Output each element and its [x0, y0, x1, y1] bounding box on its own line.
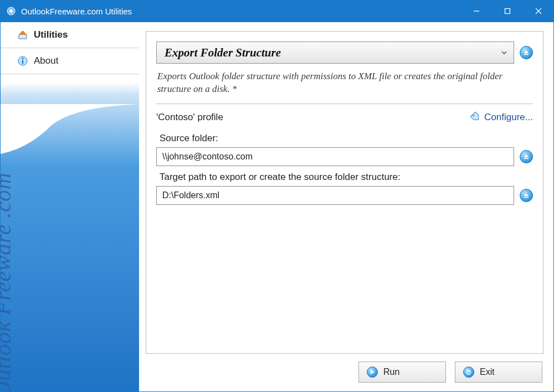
utility-selector-label: Export Folder Structure: [165, 46, 281, 60]
exit-button-label: Exit: [480, 367, 495, 377]
utility-panel: Export Folder Structure Exports Outlook …: [146, 31, 543, 354]
window-title: OutlookFreeware.com Utilities: [21, 7, 461, 16]
eject-icon: [523, 153, 530, 160]
svg-point-1: [9, 9, 13, 13]
run-button[interactable]: Run: [358, 362, 446, 383]
sidebar-tab-utilities[interactable]: Utilities: [1, 22, 139, 48]
target-path-input[interactable]: [156, 186, 514, 205]
main: Export Folder Structure Exports Outlook …: [139, 22, 553, 391]
source-folder-label: Source folder:: [160, 133, 533, 144]
footer: Run Exit: [146, 362, 543, 383]
window-controls: [461, 0, 554, 22]
play-icon: [367, 367, 378, 378]
chevron-down-icon: [500, 49, 508, 56]
close-button[interactable]: [523, 0, 554, 22]
tag-icon: [470, 112, 481, 123]
svg-rect-12: [524, 197, 529, 198]
home-icon: [17, 29, 28, 40]
power-icon: [463, 367, 474, 378]
sidebar-tab-label: Utilities: [34, 29, 68, 40]
eject-icon: [523, 49, 530, 56]
profile-row: 'Contoso' profile Configure...: [156, 112, 533, 123]
info-icon: [17, 55, 28, 66]
profile-label: 'Contoso' profile: [156, 112, 223, 123]
titlebar: OutlookFreeware.com Utilities: [0, 0, 554, 22]
svg-point-10: [473, 115, 475, 117]
app-icon: [7, 7, 16, 16]
svg-rect-11: [524, 158, 529, 159]
app-body: Utilities About Outlook Freeware .com Ex…: [0, 22, 554, 392]
sidebar-curve: [1, 104, 139, 159]
target-path-row: [156, 186, 533, 205]
source-folder-input[interactable]: [156, 147, 514, 166]
maximize-button[interactable]: [492, 0, 523, 22]
configure-link[interactable]: Configure...: [470, 112, 533, 123]
target-path-label: Target path to export or create the sour…: [160, 172, 533, 183]
eject-button[interactable]: [520, 46, 533, 59]
configure-label: Configure...: [484, 112, 533, 123]
sidebar-tab-about[interactable]: About: [1, 48, 139, 74]
sidebar-tab-label: About: [34, 55, 58, 66]
source-browse-button[interactable]: [520, 150, 533, 163]
target-browse-button[interactable]: [520, 189, 533, 202]
eject-icon: [523, 192, 530, 199]
sidebar: Utilities About Outlook Freeware .com: [1, 22, 139, 391]
brand-text: Outlook Freeware .com: [0, 173, 16, 392]
utility-description: Exports Outlook folder structure with pe…: [156, 68, 533, 104]
minimize-button[interactable]: [461, 0, 492, 22]
source-folder-row: [156, 147, 533, 166]
utility-selector[interactable]: Export Folder Structure: [156, 42, 514, 64]
svg-rect-9: [524, 54, 529, 55]
panel-title-row: Export Folder Structure: [156, 42, 533, 64]
svg-rect-8: [22, 60, 23, 64]
svg-point-7: [22, 58, 24, 60]
svg-rect-3: [505, 9, 510, 14]
exit-button[interactable]: Exit: [455, 362, 542, 383]
run-button-label: Run: [383, 367, 399, 377]
sidebar-tabs: Utilities About: [1, 22, 139, 74]
